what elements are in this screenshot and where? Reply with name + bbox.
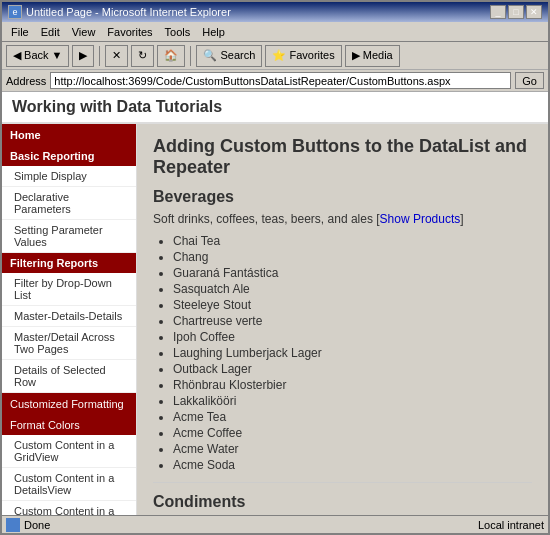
stop-button[interactable]: ✕	[105, 45, 128, 67]
list-item: Sasquatch Ale	[173, 282, 532, 296]
status-text: Done	[24, 519, 50, 531]
sidebar-item-declarative-parameters[interactable]: Declarative Parameters	[2, 187, 136, 220]
beverages-product-list: Chai Tea Chang Guaraná Fantástica Sasqua…	[173, 234, 532, 472]
menu-favorites[interactable]: Favorites	[102, 25, 157, 39]
window-controls: _ □ ✕	[490, 5, 542, 19]
menu-bar: File Edit View Favorites Tools Help	[2, 22, 548, 42]
sidebar: Home Basic Reporting Simple Display Decl…	[2, 124, 137, 515]
site-title: Working with Data Tutorials	[12, 98, 538, 116]
home-button[interactable]: 🏠	[157, 45, 185, 67]
go-button[interactable]: Go	[515, 72, 544, 89]
refresh-button[interactable]: ↻	[131, 45, 154, 67]
list-item: Ipoh Coffee	[173, 330, 532, 344]
menu-tools[interactable]: Tools	[160, 25, 196, 39]
list-item: Laughing Lumberjack Lager	[173, 346, 532, 360]
status-icon	[6, 518, 20, 532]
status-bar: Done Local intranet	[2, 515, 548, 533]
close-button[interactable]: ✕	[526, 5, 542, 19]
forward-button[interactable]: ▶	[72, 45, 94, 67]
list-item: Steeleye Stout	[173, 298, 532, 312]
media-button[interactable]: ▶ Media	[345, 45, 400, 67]
favorites-button[interactable]: ⭐ Favorites	[265, 45, 341, 67]
list-item: Acme Soda	[173, 458, 532, 472]
list-item: Guaraná Fantástica	[173, 266, 532, 280]
list-item: Chai Tea	[173, 234, 532, 248]
sidebar-item-master-details[interactable]: Master-Details-Details	[2, 306, 136, 327]
minimize-button[interactable]: _	[490, 5, 506, 19]
maximize-button[interactable]: □	[508, 5, 524, 19]
menu-help[interactable]: Help	[197, 25, 230, 39]
sidebar-item-custom-formview[interactable]: Custom Content in a FormView	[2, 501, 136, 515]
beverages-desc: Soft drinks, coffees, teas, beers, and a…	[153, 212, 532, 226]
section-divider	[153, 482, 532, 483]
separator-2	[190, 46, 191, 66]
address-label: Address	[6, 75, 46, 87]
list-item: Acme Tea	[173, 410, 532, 424]
sidebar-item-home[interactable]: Home	[2, 124, 136, 146]
address-input[interactable]	[50, 72, 511, 89]
condiments-title: Condiments	[153, 493, 532, 511]
menu-view[interactable]: View	[67, 25, 101, 39]
menu-edit[interactable]: Edit	[36, 25, 65, 39]
list-item: Lakkalikööri	[173, 394, 532, 408]
sidebar-item-simple-display[interactable]: Simple Display	[2, 166, 136, 187]
title-bar: e Untitled Page - Microsoft Internet Exp…	[2, 2, 548, 22]
list-item: Outback Lager	[173, 362, 532, 376]
sidebar-item-custom-gridview[interactable]: Custom Content in a GridView	[2, 435, 136, 468]
sidebar-item-filter-dropdown[interactable]: Filter by Drop-Down List	[2, 273, 136, 306]
sidebar-item-setting-parameter-values[interactable]: Setting Parameter Values	[2, 220, 136, 253]
beverages-show-link[interactable]: Show Products	[380, 212, 461, 226]
browser-icon: e	[8, 5, 22, 19]
zone-label: Local intranet	[478, 519, 544, 531]
sidebar-item-format-colors[interactable]: Format Colors	[2, 415, 136, 435]
back-button[interactable]: ◀ Back ▼	[6, 45, 69, 67]
list-item: Chang	[173, 250, 532, 264]
list-item: Acme Coffee	[173, 426, 532, 440]
page-header: Working with Data Tutorials	[2, 92, 548, 124]
beverages-title: Beverages	[153, 188, 532, 206]
toolbar: ◀ Back ▼ ▶ ✕ ↻ 🏠 🔍 Search ⭐ Favorites ▶ …	[2, 42, 548, 70]
sidebar-item-master-detail-across[interactable]: Master/Detail Across Two Pages	[2, 327, 136, 360]
search-button[interactable]: 🔍 Search	[196, 45, 262, 67]
sidebar-item-details-selected[interactable]: Details of Selected Row	[2, 360, 136, 393]
list-item: Acme Water	[173, 442, 532, 456]
separator-1	[99, 46, 100, 66]
list-item: Rhönbrau Klosterbier	[173, 378, 532, 392]
list-item: Chartreuse verte	[173, 314, 532, 328]
window-title: Untitled Page - Microsoft Internet Explo…	[26, 6, 231, 18]
sidebar-item-basic-reporting[interactable]: Basic Reporting	[2, 146, 136, 166]
main-heading: Adding Custom Buttons to the DataList an…	[153, 136, 532, 178]
sidebar-item-custom-detailsview[interactable]: Custom Content in a DetailsView	[2, 468, 136, 501]
main-content: Adding Custom Buttons to the DataList an…	[137, 124, 548, 515]
sidebar-item-customized-formatting[interactable]: Customized Formatting	[2, 393, 136, 415]
sidebar-item-filtering-reports[interactable]: Filtering Reports	[2, 253, 136, 273]
menu-file[interactable]: File	[6, 25, 34, 39]
address-bar: Address Go	[2, 70, 548, 92]
